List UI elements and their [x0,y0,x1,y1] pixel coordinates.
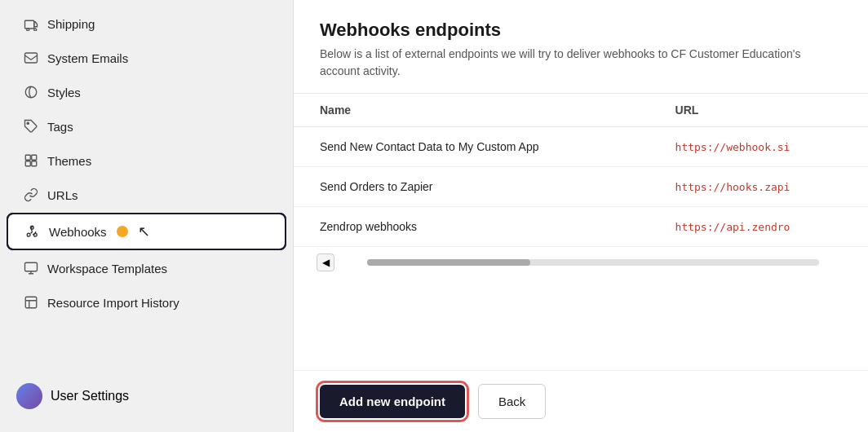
svg-rect-9 [32,161,37,166]
cell-name-0: Send New Contact Data to My Custom App [294,127,649,167]
svg-point-2 [34,29,37,31]
webhooks-icon [24,223,41,240]
page-description: Below is a list of external endpoints we… [320,46,842,80]
main-content: Webhooks endpoints Below is a list of ex… [294,0,868,432]
avatar [16,383,42,409]
sidebar-item-tags[interactable]: Tags [7,110,286,143]
table-row: Send New Contact Data to My Custom App h… [294,127,868,167]
cell-url-2: https://api.zendro [649,207,868,247]
scroll-left-button[interactable]: ◀ [317,253,334,271]
page-title: Webhooks endpoints [320,20,842,41]
resource-import-icon [23,294,39,311]
svg-point-1 [27,29,29,31]
sidebar-item-urls[interactable]: URLs [7,179,286,211]
sidebar-item-webhooks-label: Webhooks [49,225,107,239]
svg-point-10 [34,233,38,236]
sidebar-item-tags-label: Tags [47,120,73,134]
cursor-icon: ↖ [138,223,150,240]
col-url-header: URL [649,94,868,127]
cell-name-2: Zendrop webhooks [294,207,649,247]
table-wrapper: Name URL Send New Contact Data to My Cus… [294,94,868,247]
page-footer: Add new endpoint Back [294,370,868,432]
sidebar-item-resource-import[interactable]: Resource Import History [7,286,286,319]
sidebar-item-system-emails[interactable]: System Emails [7,42,286,74]
svg-rect-14 [25,297,37,308]
sidebar-item-themes-label: Themes [47,154,91,168]
svg-rect-0 [25,20,34,29]
themes-icon [23,152,39,169]
styles-icon [23,84,39,100]
svg-rect-6 [25,155,30,160]
table-row: Send Orders to Zapier https://hooks.zapi [294,167,868,207]
tags-icon [23,118,39,134]
workspace-icon [23,260,39,276]
user-settings-label: User Settings [51,389,129,403]
svg-rect-8 [25,161,30,166]
sidebar-item-workspace-label: Workspace Templates [47,262,167,276]
svg-rect-3 [25,53,38,63]
table-container: Name URL Send New Contact Data to My Cus… [294,94,868,370]
svg-point-5 [27,122,29,124]
svg-point-4 [25,86,37,98]
table-row: Zendrop webhooks https://api.zendro [294,207,868,247]
horizontal-scrollbar[interactable] [367,259,819,266]
sidebar-item-themes[interactable]: Themes [7,144,286,177]
sidebar-item-webhooks[interactable]: Webhooks ↖ [7,213,286,250]
sidebar-item-styles[interactable]: Styles [7,76,286,108]
cell-url-1: https://hooks.zapi [649,167,868,207]
cell-name-1: Send Orders to Zapier [294,167,649,207]
sidebar-item-shipping[interactable]: Shipping [7,7,286,40]
sidebar-item-styles-label: Styles [47,86,81,99]
sidebar-item-workspace-templates[interactable]: Workspace Templates [7,252,286,284]
add-new-endpoint-button[interactable]: Add new endpoint [320,385,465,418]
page-header: Webhooks endpoints Below is a list of ex… [294,0,868,94]
sidebar-item-urls-label: URLs [47,188,78,202]
sidebar-item-resource-label: Resource Import History [47,296,179,310]
webhooks-table: Name URL Send New Contact Data to My Cus… [294,94,868,247]
sidebar-item-system-emails-label: System Emails [47,51,128,65]
webhooks-badge [117,226,128,237]
col-name-header: Name [294,94,649,127]
system-emails-icon [23,50,39,66]
user-settings-item[interactable]: User Settings [0,375,293,417]
svg-rect-7 [32,155,37,160]
cell-url-0: https://webhook.si [649,127,868,167]
sidebar-item-shipping-label: Shipping [47,17,95,31]
urls-icon [23,187,39,203]
back-button[interactable]: Back [478,384,546,419]
sidebar: Shipping System Emails Styles Tags [0,0,294,432]
shipping-icon [23,15,39,32]
scroll-thumb [367,259,530,266]
svg-rect-13 [25,262,38,271]
svg-point-11 [27,233,30,236]
